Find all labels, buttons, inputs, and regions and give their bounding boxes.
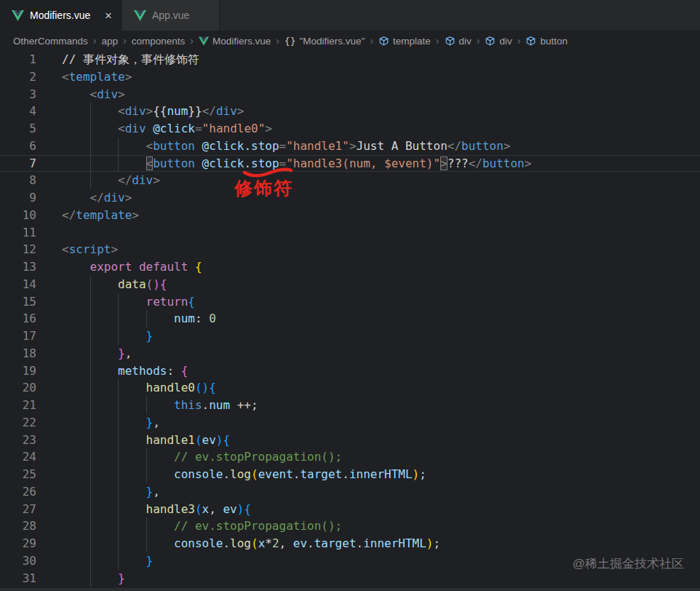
line-number: 21 — [0, 397, 36, 414]
indent-guide — [118, 535, 146, 552]
code-line-15[interactable]: 15return{ — [0, 293, 700, 311]
line-number: 17 — [0, 328, 36, 345]
code-token: > — [349, 139, 357, 153]
indent-guide — [90, 535, 119, 552]
indent — [62, 276, 90, 293]
indent-guide — [90, 397, 119, 414]
code-token: div — [125, 122, 154, 135]
code-token: < — [146, 156, 154, 170]
code-token: button — [153, 156, 202, 170]
code-token: div — [216, 104, 237, 118]
code-line-19[interactable]: 19methods: { — [0, 362, 700, 380]
code-token: (){ — [195, 381, 216, 394]
close-icon[interactable]: × — [103, 9, 114, 22]
code-text: export default { — [62, 258, 202, 276]
code-line-2[interactable]: 2<template> — [0, 68, 700, 86]
code-area[interactable]: 1// 事件对象，事件修饰符2<template>3<div>4<div>{{n… — [0, 51, 700, 587]
code-text: <script> — [62, 241, 118, 258]
code-line-5[interactable]: 5<div @click="handle0"> — [0, 120, 700, 138]
breadcrumb-item-othercommands[interactable]: OtherCommands — [13, 36, 88, 47]
line-number: 6 — [0, 138, 36, 155]
code-line-3[interactable]: 3<div> — [0, 86, 700, 103]
code-token: div — [125, 104, 146, 118]
code-line-26[interactable]: 26}, — [0, 483, 700, 501]
code-token: { — [195, 260, 202, 274]
code-token: ( — [251, 467, 258, 481]
breadcrumb-item-div[interactable]: div — [485, 36, 512, 47]
breadcrumb-item-button[interactable]: button — [525, 36, 568, 47]
code-line-10[interactable]: 10</template> — [0, 207, 700, 224]
code-token: ) — [413, 467, 420, 481]
code-line-27[interactable]: 27handle3(x, ev){ — [0, 501, 700, 518]
code-line-22[interactable]: 22}, — [0, 414, 700, 432]
breadcrumb-item-app[interactable]: app — [101, 36, 118, 47]
code-line-1[interactable]: 1// 事件对象，事件修饰符 — [0, 51, 700, 68]
code-token: ( — [251, 536, 258, 550]
breadcrumb-item-template[interactable]: template — [378, 36, 431, 47]
line-number: 13 — [0, 258, 36, 276]
code-line-11[interactable]: 11 — [0, 224, 700, 242]
code-token: event — [258, 467, 293, 481]
code-line-29[interactable]: 29console.log(x*2, ev.target.innerHTML); — [0, 535, 700, 552]
code-token: ev — [223, 502, 236, 516]
code-token: 0 — [209, 312, 216, 325]
code-line-9[interactable]: 9</div> — [0, 189, 700, 207]
breadcrumb-separator-icon: › — [190, 35, 194, 47]
breadcrumb-item--modifiers-vue-[interactable]: {}"Modifiers.vue" — [285, 36, 365, 47]
code-line-16[interactable]: 16num: 0 — [0, 310, 700, 328]
line-number: 5 — [0, 120, 36, 138]
indent-guide — [118, 379, 146, 397]
code-token: template — [76, 208, 132, 222]
code-token: "handle3(num, $event)" — [286, 156, 440, 170]
line-number: 16 — [0, 310, 36, 328]
indent — [62, 120, 90, 138]
code-line-8[interactable]: 8</div> — [0, 172, 700, 189]
indent-guide — [118, 293, 146, 311]
code-line-28[interactable]: 28// ev.stopPropagation(); — [0, 517, 700, 535]
breadcrumb-label: div — [499, 36, 512, 47]
code-line-24[interactable]: 24// ev.stopPropagation(); — [0, 448, 700, 466]
code-line-23[interactable]: 23handle1(ev){ — [0, 432, 700, 449]
code-line-18[interactable]: 18}, — [0, 345, 700, 362]
code-token: } — [146, 329, 154, 343]
code-text: // ev.stopPropagation(); — [62, 448, 342, 466]
indent — [62, 466, 90, 483]
breadcrumb-item-div[interactable]: div — [445, 36, 472, 47]
code-token: button — [153, 139, 202, 153]
code-line-4[interactable]: 4<div>{{num}}</div> — [0, 103, 700, 120]
code-token: > — [237, 104, 244, 118]
code-line-25[interactable]: 25console.log(event.target.innerHTML); — [0, 466, 700, 483]
code-line-13[interactable]: 13export default { — [0, 258, 700, 276]
tab-app-vue[interactable]: App.vue — [122, 0, 220, 31]
code-line-6[interactable]: 6<button @click.stop="handle1">Just A Bu… — [0, 138, 700, 155]
code-line-21[interactable]: 21this.num ++; — [0, 397, 700, 414]
indent-guide — [146, 397, 175, 414]
code-token: < — [62, 242, 69, 256]
indent — [62, 483, 90, 501]
breadcrumb-item-modifiers-vue[interactable]: Modifiers.vue — [199, 36, 271, 47]
indent — [62, 86, 90, 103]
indent-guide — [146, 466, 175, 483]
code-token: ){ — [237, 502, 251, 516]
code-line-17[interactable]: 17} — [0, 328, 700, 345]
breadcrumb-separator-icon: › — [276, 35, 279, 47]
code-token: @click.stop — [202, 139, 279, 153]
code-token: = — [279, 139, 287, 153]
breadcrumb-label: app — [101, 36, 118, 47]
code-token: = — [279, 156, 287, 170]
code-line-31[interactable]: 31} — [0, 570, 700, 587]
code-token: < — [90, 87, 98, 101]
code-line-14[interactable]: 14data(){ — [0, 276, 700, 293]
code-token: ; — [434, 536, 441, 550]
breadcrumb-item-components[interactable]: components — [132, 36, 186, 47]
code-token: < — [146, 139, 154, 153]
code-line-20[interactable]: 20handle0(){ — [0, 379, 700, 397]
breadcrumb-label: "Modifiers.vue" — [300, 36, 365, 47]
code-line-7[interactable]: 7<button @click.stop="handle3(num, $even… — [0, 155, 700, 172]
tab-modifiers-vue[interactable]: Modifiers.vue × — [0, 0, 122, 31]
code-token: export — [90, 260, 132, 274]
breadcrumb-label: OtherCommands — [13, 36, 88, 47]
code-line-12[interactable]: 12<script> — [0, 241, 700, 258]
code-token: > — [153, 173, 160, 187]
code-text: console.log(x*2, ev.target.innerHTML); — [62, 535, 440, 552]
